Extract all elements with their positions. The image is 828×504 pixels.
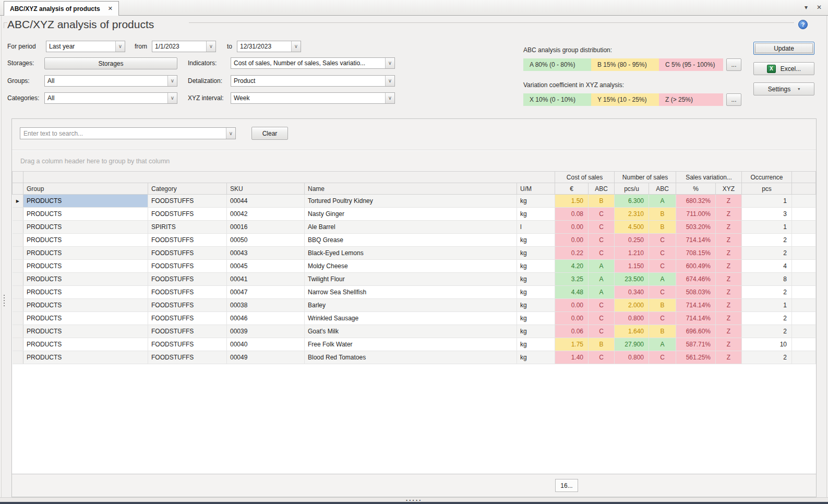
cell-cost-abc[interactable]: C <box>589 208 615 221</box>
cell-cost[interactable]: 1.40 <box>555 351 589 364</box>
column-header-occurrence-pcs[interactable]: pcs <box>742 183 792 195</box>
help-icon[interactable]: ? <box>798 20 808 29</box>
cell-cost-abc[interactable]: C <box>589 247 615 260</box>
cell-cost[interactable]: 1.75 <box>555 338 589 351</box>
column-header-um[interactable]: U/M <box>517 183 555 195</box>
cell-um[interactable]: kg <box>517 286 555 299</box>
cell-xyz[interactable]: Z <box>716 221 742 234</box>
xyz-settings-more-button[interactable]: ... <box>726 93 741 106</box>
table-row[interactable]: PRODUCTS FOODSTUFFS 00040 Free Folk Wate… <box>13 338 816 351</box>
date-to-field[interactable]: 12/31/2023 ∨ <box>237 41 301 52</box>
cell-category[interactable]: FOODSTUFFS <box>148 273 227 286</box>
cell-category[interactable]: FOODSTUFFS <box>148 208 227 221</box>
cell-name[interactable]: Ale Barrel <box>305 221 517 234</box>
cell-qty[interactable]: 1.640 <box>615 325 649 338</box>
cell-cost-abc[interactable]: C <box>589 234 615 247</box>
cell-sales-variation[interactable]: 711.00% <box>676 208 716 221</box>
cell-qty[interactable]: 4.500 <box>615 221 649 234</box>
cell-cost[interactable]: 0.00 <box>555 221 589 234</box>
cell-qty-abc[interactable]: C <box>649 312 676 325</box>
column-header-sku[interactable]: SKU <box>227 183 305 195</box>
cell-xyz[interactable]: Z <box>716 338 742 351</box>
band-cost-of-sales[interactable]: Cost of sales <box>555 172 615 183</box>
chevron-down-icon[interactable]: ∨ <box>385 76 394 86</box>
chevron-down-icon[interactable]: ∨ <box>385 58 394 68</box>
cell-qty-abc[interactable]: C <box>649 234 676 247</box>
cell-category[interactable]: FOODSTUFFS <box>148 247 227 260</box>
cell-cost-abc[interactable]: C <box>589 299 615 312</box>
band-occurrence[interactable]: Occurrence <box>742 172 792 183</box>
cell-sku[interactable]: 00047 <box>227 286 305 299</box>
cell-category[interactable]: FOODSTUFFS <box>148 312 227 325</box>
column-header-xyz[interactable]: XYZ <box>716 183 742 195</box>
table-row[interactable]: PRODUCTS FOODSTUFFS 00038 Barley kg 0.00… <box>13 299 816 312</box>
cell-group[interactable]: PRODUCTS <box>23 234 148 247</box>
column-header-cost-eur[interactable]: € <box>555 183 589 195</box>
cell-occurrence[interactable]: 3 <box>742 208 792 221</box>
cell-category[interactable]: FOODSTUFFS <box>148 260 227 273</box>
cell-um[interactable]: l <box>517 221 555 234</box>
footer-summary-button[interactable]: 16... <box>555 479 578 492</box>
cell-qty-abc[interactable]: B <box>649 299 676 312</box>
cell-xyz[interactable]: Z <box>716 208 742 221</box>
cell-group[interactable]: PRODUCTS <box>23 195 148 208</box>
cell-category[interactable]: FOODSTUFFS <box>148 338 227 351</box>
cell-name[interactable]: Barley <box>305 299 517 312</box>
cell-cost[interactable]: 0.00 <box>555 299 589 312</box>
cell-sku[interactable]: 00044 <box>227 195 305 208</box>
cell-cost-abc[interactable]: C <box>589 312 615 325</box>
table-row[interactable]: PRODUCTS FOODSTUFFS 00049 Blood Red Toma… <box>13 351 816 364</box>
table-row[interactable]: PRODUCTS FOODSTUFFS 00050 BBQ Grease kg … <box>13 234 816 247</box>
update-button[interactable]: Update <box>753 42 814 55</box>
cell-xyz[interactable]: Z <box>716 299 742 312</box>
settings-button[interactable]: Settings ▾ <box>753 82 814 95</box>
cell-qty-abc[interactable]: C <box>649 351 676 364</box>
cell-occurrence[interactable]: 8 <box>742 273 792 286</box>
cell-sku[interactable]: 00042 <box>227 208 305 221</box>
cell-occurrence[interactable]: 1 <box>742 299 792 312</box>
cell-name[interactable]: Tortured Poultry Kidney <box>305 195 517 208</box>
window-close-icon[interactable]: ✕ <box>817 4 822 11</box>
cell-sales-variation[interactable]: 708.15% <box>676 247 716 260</box>
table-row[interactable]: PRODUCTS FOODSTUFFS 00046 Wrinkled Sausa… <box>13 312 816 325</box>
cell-group[interactable]: PRODUCTS <box>23 299 148 312</box>
cell-group[interactable]: PRODUCTS <box>23 221 148 234</box>
tab-list-icon[interactable]: ▾ <box>805 4 808 11</box>
cell-occurrence[interactable]: 2 <box>742 312 792 325</box>
cell-name[interactable]: Free Folk Water <box>305 338 517 351</box>
cell-cost-abc[interactable]: B <box>589 338 615 351</box>
cell-qty[interactable]: 6.300 <box>615 195 649 208</box>
groups-select[interactable]: All ∨ <box>44 75 177 87</box>
cell-xyz[interactable]: Z <box>716 260 742 273</box>
cell-qty-abc[interactable]: B <box>649 221 676 234</box>
cell-um[interactable]: kg <box>517 351 555 364</box>
cell-xyz[interactable]: Z <box>716 325 742 338</box>
cell-name[interactable]: Blood Red Tomatoes <box>305 351 517 364</box>
band-number-of-sales[interactable]: Number of sales <box>615 172 676 183</box>
cell-group[interactable]: PRODUCTS <box>23 312 148 325</box>
cell-qty-abc[interactable]: A <box>649 338 676 351</box>
column-header-variation-pct[interactable]: % <box>676 183 716 195</box>
cell-cost[interactable]: 0.08 <box>555 208 589 221</box>
cell-qty[interactable]: 2.310 <box>615 208 649 221</box>
cell-cost-abc[interactable]: A <box>589 273 615 286</box>
cell-sales-variation[interactable]: 696.60% <box>676 325 716 338</box>
cell-cost[interactable]: 0.06 <box>555 325 589 338</box>
cell-qty-abc[interactable]: B <box>649 325 676 338</box>
cell-name[interactable]: Narrow Sea Shellfish <box>305 286 517 299</box>
cell-group[interactable]: PRODUCTS <box>23 338 148 351</box>
cell-name[interactable]: Wrinkled Sausage <box>305 312 517 325</box>
cell-cost-abc[interactable]: A <box>589 260 615 273</box>
cell-sales-variation[interactable]: 600.49% <box>676 260 716 273</box>
cell-category[interactable]: FOODSTUFFS <box>148 325 227 338</box>
cell-occurrence[interactable]: 2 <box>742 286 792 299</box>
cell-occurrence[interactable]: 2 <box>742 234 792 247</box>
cell-cost[interactable]: 3.25 <box>555 273 589 286</box>
table-row[interactable]: PRODUCTS FOODSTUFFS 00041 Twilight Flour… <box>13 273 816 286</box>
cell-sku[interactable]: 00016 <box>227 221 305 234</box>
cell-group[interactable]: PRODUCTS <box>23 325 148 338</box>
cell-occurrence[interactable]: 4 <box>742 260 792 273</box>
cell-cost-abc[interactable]: A <box>589 286 615 299</box>
band-sales-variation[interactable]: Sales variation... <box>676 172 742 183</box>
cell-sku[interactable]: 00043 <box>227 247 305 260</box>
